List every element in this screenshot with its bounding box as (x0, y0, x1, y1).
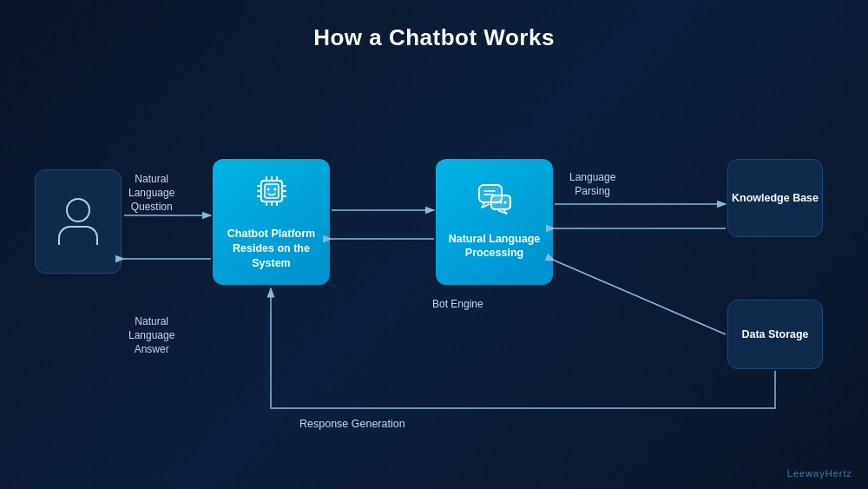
chat-bubble-icon (477, 183, 512, 227)
user-box (35, 169, 122, 274)
knowledge-base-label: Knowledge Base (732, 191, 819, 206)
natural-language-question-label: NaturalLanguageQuestion (128, 172, 174, 215)
user-head-icon (66, 198, 90, 222)
user-body-icon (58, 226, 98, 245)
nlp-label: Natural Language Processing (436, 232, 553, 261)
chip-icon (253, 173, 290, 221)
chatbot-platform-label: Chatbot Platform Resides on the System (213, 227, 330, 271)
diagram: Chatbot Platform Resides on the System N… (0, 69, 868, 463)
chatbot-platform-box: Chatbot Platform Resides on the System (213, 159, 330, 285)
page-title: How a Chatbot Works (0, 0, 868, 51)
knowledge-base-box: Knowledge Base (727, 159, 823, 237)
data-storage-label: Data Storage (741, 327, 808, 342)
data-storage-box: Data Storage (727, 300, 823, 369)
svg-point-20 (503, 201, 506, 203)
svg-line-31 (555, 261, 726, 334)
svg-point-14 (266, 188, 269, 191)
natural-language-answer-label: NaturalLanguageAnswer (128, 314, 174, 357)
svg-point-19 (499, 201, 502, 203)
svg-point-18 (495, 201, 497, 203)
response-generation-label: Response Generation (299, 417, 405, 432)
nlp-box: Natural Language Processing (436, 159, 553, 285)
bot-engine-label: Bot Engine (432, 297, 483, 311)
svg-rect-1 (265, 184, 279, 198)
watermark: LeewayHertz (787, 468, 852, 479)
svg-point-15 (273, 188, 276, 191)
language-parsing-label: LanguageParsing (569, 170, 615, 198)
user-icon (58, 198, 98, 245)
arrows-overlay (0, 69, 868, 463)
